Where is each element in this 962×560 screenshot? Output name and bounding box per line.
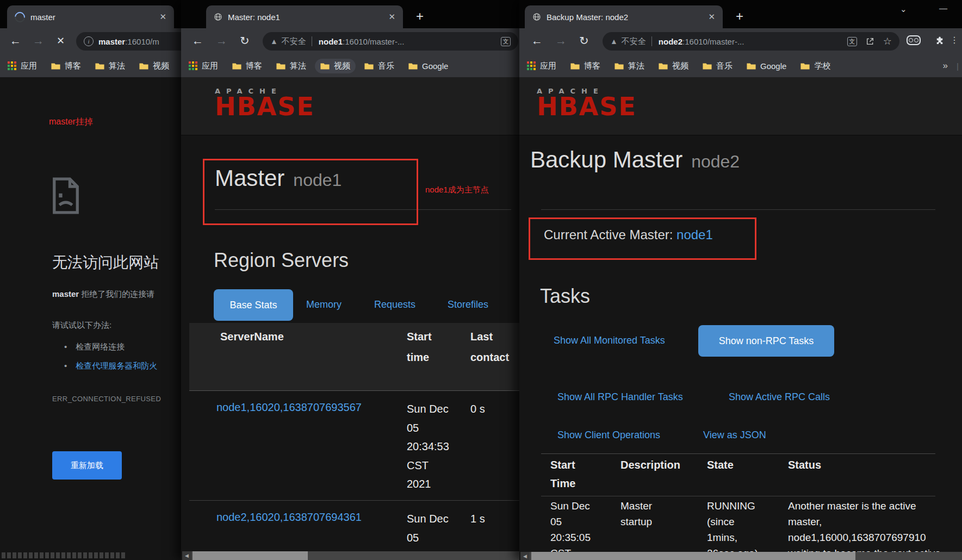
show-all-rpc-handler-tasks-link[interactable]: Show All RPC Handler Tasks (557, 391, 683, 403)
start-time-cell: 05 (407, 422, 419, 434)
bookmark-folder-algorithm[interactable]: 算法 (615, 61, 644, 71)
tab-master[interactable]: master ✕ (7, 5, 174, 28)
bookmark-folder-blog[interactable]: 博客 (51, 61, 81, 71)
last-contact-cell: 0 s (470, 403, 485, 415)
forward-button[interactable]: → (33, 34, 44, 47)
divider (541, 453, 935, 454)
show-active-rpc-calls-link[interactable]: Show Active RPC Calls (729, 391, 830, 403)
annotation-node1-became-master: node1成为主节点 (425, 185, 489, 195)
reload-button[interactable]: 重新加载 (52, 451, 122, 480)
bookmark-label: 应用 (540, 61, 556, 71)
col-status: Status (788, 459, 821, 471)
active-master-label: Current Active Master: (544, 227, 676, 242)
task-start-cell: Sun Dec (550, 500, 590, 512)
tab-memory[interactable]: Memory (306, 299, 342, 310)
bookmark-folder-google[interactable]: Google (408, 61, 448, 71)
back-button[interactable]: ← (531, 34, 543, 47)
tab-requests[interactable]: Requests (374, 299, 415, 310)
proxy-settings-link[interactable]: 检查代理服务器和防火 (76, 361, 157, 370)
bookmarks-overflow-chevron[interactable]: » (943, 60, 948, 71)
bookmark-folder-school[interactable]: 学校 (800, 61, 830, 71)
task-status-cell: master, (788, 516, 822, 528)
share-icon[interactable] (866, 37, 874, 46)
col-start-time: time (407, 351, 429, 364)
new-tab-button[interactable]: + (736, 9, 743, 24)
folder-icon (95, 63, 104, 70)
bookmark-folder-blog[interactable]: 博客 (232, 61, 262, 71)
show-all-monitored-tasks-link[interactable]: Show All Monitored Tasks (554, 335, 665, 346)
address-bar[interactable]: i master:16010/m (76, 32, 181, 51)
scroll-left-arrow-icon[interactable]: ◀ (182, 551, 191, 560)
bookmark-folder-video[interactable]: 视频 (315, 59, 356, 73)
bookmark-folder-blog[interactable]: 博客 (570, 61, 600, 71)
bookmark-folder-video[interactable]: 视频 (659, 61, 688, 71)
tab-close-icon[interactable]: ✕ (159, 12, 166, 22)
back-button[interactable]: ← (10, 34, 21, 47)
bookmark-folder-video[interactable]: 视频 (139, 61, 169, 71)
menu-dots-icon[interactable]: ⋮ (950, 35, 959, 45)
stop-button[interactable]: ✕ (57, 34, 65, 47)
scrollbar-thumb[interactable] (193, 551, 308, 560)
tab-base-stats[interactable]: Base Stats (214, 289, 293, 321)
view-as-json-link[interactable]: View as JSON (703, 430, 766, 441)
bookmark-apps[interactable]: 应用 (527, 61, 556, 71)
horizontal-scrollbar[interactable]: ◀ (182, 551, 519, 560)
tab-storefiles[interactable]: Storefiles (448, 299, 488, 310)
scrollbar-thumb[interactable] (531, 552, 855, 560)
tab-backup-master-node2[interactable]: Backup Master: node2 ✕ (525, 5, 723, 28)
bookmark-apps[interactable]: 应用 (189, 61, 218, 71)
folder-icon (320, 63, 330, 70)
tab-strip: Backup Master: node2 ✕ + ⌄ — (519, 0, 962, 28)
show-client-operations-link[interactable]: Show Client Operations (557, 430, 660, 441)
hbase-master-page: APACHE HBASE Masternode1 node1成为主节点 Regi… (181, 77, 519, 560)
bookmark-star-icon[interactable]: ☆ (883, 35, 892, 47)
hbase-backup-master-page: APACHE HBASE Backup Masternode2 Current … (519, 77, 962, 560)
bookmark-folder-google[interactable]: Google (747, 61, 786, 71)
browser-toolbar: ← → ↻ ▲ 不安全 node1:16010/master-... 文 (181, 28, 519, 54)
browser-window-master: master ✕ ← → ✕ i master:16010/m 应用 博客 算法… (0, 0, 181, 560)
start-time-cell: Sun Dec (407, 513, 449, 525)
reload-button[interactable]: ↻ (240, 34, 250, 47)
reload-button[interactable]: ↻ (579, 34, 589, 47)
translate-icon[interactable]: 文 (501, 37, 511, 46)
bookmark-label: 博客 (584, 61, 600, 71)
window-minimize-icon[interactable]: — (939, 3, 947, 13)
bullet-icon: • (64, 361, 67, 370)
bookmark-label: 音乐 (378, 61, 394, 71)
translate-icon[interactable]: 文 (847, 37, 857, 46)
bookmark-folder-algorithm[interactable]: 算法 (95, 61, 125, 71)
bookmark-folder-music[interactable]: 音乐 (703, 61, 733, 71)
address-bar[interactable]: ▲ 不安全 node2:16010/master-... 文 ☆ (603, 32, 899, 51)
horizontal-scrollbar[interactable]: ◀ (520, 552, 962, 560)
folder-icon (615, 63, 624, 70)
active-master-link[interactable]: node1 (676, 227, 713, 242)
browser-window-node1: Master: node1 ✕ + ← → ↻ ▲ 不安全 node1:1601… (181, 0, 519, 560)
regionserver-link-node2[interactable]: node2,16020,1638707694361 (216, 511, 362, 524)
col-start-time: Time (550, 477, 575, 490)
scroll-left-arrow-icon[interactable]: ◀ (520, 552, 530, 560)
bookmark-folder-music[interactable]: 音乐 (364, 61, 394, 71)
tab-master-node1[interactable]: Master: node1 ✕ (206, 5, 403, 28)
back-button[interactable]: ← (192, 34, 203, 47)
regionserver-link-node1[interactable]: node1,16020,1638707693567 (216, 401, 362, 414)
page-info-icon[interactable]: i (84, 36, 94, 46)
tab-close-icon[interactable]: ✕ (708, 12, 715, 22)
bookmark-label: 算法 (628, 61, 644, 71)
bookmarks-bar: 应用 博客 算法 视频 (0, 54, 181, 77)
forward-button[interactable]: → (555, 34, 567, 47)
tab-close-icon[interactable]: ✕ (388, 12, 395, 22)
window-restore-icon[interactable]: ⌄ (900, 4, 907, 14)
incognito-profile-icon[interactable] (907, 35, 921, 45)
url-path: :16010/master-... (343, 37, 404, 46)
bookmark-apps[interactable]: 应用 (8, 61, 37, 71)
task-status-cell: Another master is the active (788, 500, 916, 512)
show-non-rpc-tasks-button[interactable]: Show non-RPC Tasks (698, 325, 834, 357)
extensions-puzzle-icon[interactable] (935, 36, 945, 46)
new-tab-button[interactable]: + (416, 9, 424, 24)
bookmark-folder-algorithm[interactable]: 算法 (276, 61, 306, 71)
bookmark-label: 博客 (65, 61, 81, 71)
folder-icon (364, 63, 374, 70)
address-bar[interactable]: ▲ 不安全 node1:16010/master-... 文 (263, 32, 518, 51)
forward-button[interactable]: → (216, 34, 227, 47)
col-servername: ServerName (220, 331, 284, 343)
